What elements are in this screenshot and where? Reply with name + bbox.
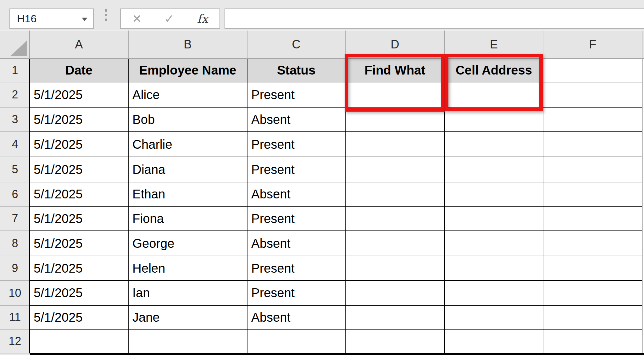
cell-F1[interactable]: [543, 59, 642, 82]
cell-F2[interactable]: [543, 82, 642, 108]
cell-B5[interactable]: Diana: [129, 157, 247, 182]
cell-B9[interactable]: Helen: [129, 256, 247, 281]
cell-D9[interactable]: [346, 256, 445, 281]
row-header-9[interactable]: 9: [0, 256, 30, 281]
cell-D4[interactable]: [346, 132, 445, 157]
excel-window: H16 ✕ ✓ fx ABCDEF 123456789101112 DateEm…: [0, 0, 644, 355]
cell-D8[interactable]: [346, 231, 445, 256]
cell-C12[interactable]: [247, 330, 346, 353]
cell-E7[interactable]: [445, 207, 543, 231]
cell-F9[interactable]: [543, 256, 642, 281]
column-header-A[interactable]: A: [30, 31, 129, 58]
formula-buttons-group: ✕ ✓ fx: [120, 8, 220, 29]
cell-F4[interactable]: [543, 132, 642, 157]
cell-B4[interactable]: Charlie: [129, 132, 247, 157]
formula-bar-input[interactable]: [225, 8, 644, 29]
row-header-7[interactable]: 7: [0, 207, 30, 231]
row-header-12[interactable]: 12: [0, 330, 30, 353]
select-all-triangle-icon: [11, 41, 27, 56]
row-header-2[interactable]: 2: [0, 82, 30, 108]
cell-B2[interactable]: Alice: [129, 82, 247, 108]
cell-F8[interactable]: [543, 231, 642, 256]
name-box-dropdown-icon[interactable]: [82, 18, 87, 21]
cell-A1[interactable]: Date: [30, 59, 129, 82]
cell-F5[interactable]: [543, 157, 642, 182]
column-header-F[interactable]: F: [543, 31, 642, 58]
cell-D6[interactable]: [346, 182, 445, 207]
cell-F10[interactable]: [543, 281, 642, 306]
highlight-box-cell-address: [445, 54, 543, 111]
insert-function-icon[interactable]: fx: [197, 13, 208, 25]
cell-C11[interactable]: Absent: [247, 306, 346, 330]
column-headers: ABCDEF: [0, 30, 644, 59]
cell-D7[interactable]: [346, 207, 445, 231]
name-box-value: H16: [10, 13, 36, 25]
cell-F11[interactable]: [543, 306, 642, 330]
cell-B8[interactable]: George: [129, 231, 247, 256]
cell-C7[interactable]: Present: [247, 207, 346, 231]
cell-C3[interactable]: Absent: [247, 108, 346, 132]
cell-B7[interactable]: Fiona: [129, 207, 247, 231]
cell-C2[interactable]: Present: [247, 82, 346, 108]
cell-A11[interactable]: 5/1/2025: [30, 306, 129, 330]
cancel-icon[interactable]: ✕: [132, 13, 142, 25]
cell-C8[interactable]: Absent: [247, 231, 346, 256]
column-header-C[interactable]: C: [247, 31, 346, 58]
cell-A12[interactable]: [30, 330, 129, 353]
cell-B12[interactable]: [129, 330, 247, 353]
cell-A9[interactable]: 5/1/2025: [30, 256, 129, 281]
cell-F6[interactable]: [543, 182, 642, 207]
cell-C6[interactable]: Absent: [247, 182, 346, 207]
cell-E4[interactable]: [445, 132, 543, 157]
cell-A4[interactable]: 5/1/2025: [30, 132, 129, 157]
highlight-box-find-what: [345, 54, 445, 112]
cell-A5[interactable]: 5/1/2025: [30, 157, 129, 182]
cell-B11[interactable]: Jane: [129, 306, 247, 330]
cell-F12[interactable]: [543, 330, 642, 353]
cell-E10[interactable]: [445, 281, 543, 306]
row-header-11[interactable]: 11: [0, 306, 30, 330]
cell-A6[interactable]: 5/1/2025: [30, 182, 129, 207]
cell-A10[interactable]: 5/1/2025: [30, 281, 129, 306]
cell-B10[interactable]: Ian: [129, 281, 247, 306]
toolbar-separator-dots-icon: [105, 9, 107, 21]
row-header-10[interactable]: 10: [0, 281, 30, 306]
enter-icon[interactable]: ✓: [164, 13, 174, 25]
cell-B6[interactable]: Ethan: [129, 182, 247, 207]
cell-E8[interactable]: [445, 231, 543, 256]
row-header-3[interactable]: 3: [0, 108, 30, 132]
cell-A8[interactable]: 5/1/2025: [30, 231, 129, 256]
cell-F3[interactable]: [543, 108, 642, 132]
cell-E11[interactable]: [445, 306, 543, 330]
cell-E5[interactable]: [445, 157, 543, 182]
cell-C10[interactable]: Present: [247, 281, 346, 306]
cell-D11[interactable]: [346, 306, 445, 330]
bottom-edge-line: [30, 353, 644, 355]
cell-A3[interactable]: 5/1/2025: [30, 108, 129, 132]
column-header-filler: [642, 31, 644, 58]
cell-C5[interactable]: Present: [247, 157, 346, 182]
cell-E12[interactable]: [445, 330, 543, 353]
row-header-5[interactable]: 5: [0, 157, 30, 182]
cell-C4[interactable]: Present: [247, 132, 346, 157]
cell-A2[interactable]: 5/1/2025: [30, 82, 129, 108]
cell-C9[interactable]: Present: [247, 256, 346, 281]
cell-F7[interactable]: [543, 207, 642, 231]
cell-D10[interactable]: [346, 281, 445, 306]
row-header-6[interactable]: 6: [0, 182, 30, 207]
row-header-1[interactable]: 1: [0, 59, 30, 82]
cell-D5[interactable]: [346, 157, 445, 182]
name-box[interactable]: H16: [9, 8, 94, 29]
cell-E9[interactable]: [445, 256, 543, 281]
cell-E6[interactable]: [445, 182, 543, 207]
cell-C1[interactable]: Status: [247, 59, 346, 82]
cell-A7[interactable]: 5/1/2025: [30, 207, 129, 231]
row-header-8[interactable]: 8: [0, 231, 30, 256]
formula-toolbar: H16 ✕ ✓ fx: [0, 0, 644, 30]
column-header-B[interactable]: B: [129, 31, 247, 58]
cell-B3[interactable]: Bob: [129, 108, 247, 132]
select-all-corner[interactable]: [0, 31, 30, 58]
cell-D12[interactable]: [346, 330, 445, 353]
cell-B1[interactable]: Employee Name: [129, 59, 247, 82]
row-header-4[interactable]: 4: [0, 132, 30, 157]
